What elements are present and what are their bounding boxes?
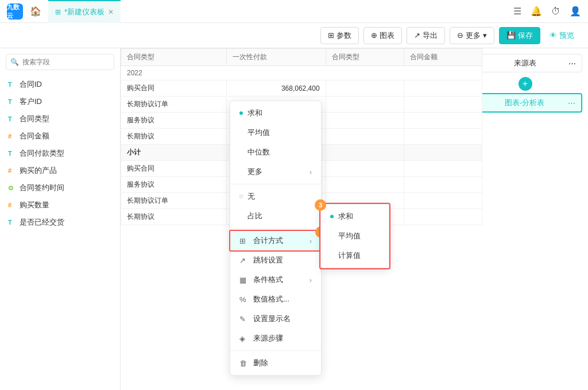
user-icon[interactable]: 👤: [570, 6, 581, 17]
year-cell: 2022: [121, 66, 482, 80]
cell-type: 购买合同: [121, 80, 227, 96]
field-name: 合同类型: [20, 114, 49, 124]
menu-number-format[interactable]: % 数值格式...: [230, 289, 321, 309]
menu-display-name[interactable]: ✎ 设置显示名: [230, 309, 321, 329]
field-item[interactable]: #购买的产品: [0, 162, 120, 179]
menu-median[interactable]: 中位数: [230, 142, 321, 162]
field-name: 是否已经交货: [20, 217, 64, 227]
sub-menu-avg[interactable]: 平均值: [321, 226, 389, 246]
cell-type: 长期协议: [121, 129, 227, 145]
tab-close-icon[interactable]: ✕: [108, 8, 114, 16]
field-item[interactable]: T是否已经交货: [0, 214, 120, 231]
sub-menu-calc[interactable]: 计算值: [321, 246, 389, 265]
preview-button[interactable]: 👁 预览: [545, 28, 579, 44]
field-item[interactable]: T合同付款类型: [0, 145, 120, 162]
app-header: 九数云 🏠 ⊞ *新建仪表板 ✕ ☰ 🔔 ⏱ 👤: [0, 0, 588, 23]
field-name: 购买的产品: [20, 165, 57, 176]
sub-menu-overlay: 求和 平均值 计算值 3: [320, 204, 389, 268]
menu-total-method[interactable]: ⊞ 合计方式 ›: [230, 231, 321, 250]
save-button[interactable]: 💾 保存: [499, 27, 540, 44]
chart-more-icon[interactable]: ⋯: [568, 99, 575, 107]
source-table-item[interactable]: ⚙ 来源表 ⋯: [468, 54, 582, 72]
menu-ratio[interactable]: 占比: [230, 206, 321, 226]
field-name: 合同签约时间: [20, 183, 64, 193]
cell-amount2: [404, 96, 482, 113]
sub-menu: 求和 平均值 计算值: [320, 204, 389, 268]
menu-divider-3: [230, 350, 321, 351]
home-button[interactable]: 🏠: [28, 6, 44, 17]
condition-arrow-icon: ›: [310, 276, 312, 284]
cell-amount2: [404, 193, 482, 209]
chart-analysis-item[interactable]: ⊞ 图表-分析表 ⋯: [468, 93, 582, 113]
search-input[interactable]: [6, 54, 114, 70]
timer-icon[interactable]: ⏱: [551, 6, 560, 17]
field-item[interactable]: #购买数量: [0, 196, 120, 214]
sub-menu-sum[interactable]: 求和: [321, 207, 389, 226]
menu-delete[interactable]: 🗑 删除: [230, 353, 321, 373]
chart-analysis-label: 图表-分析表: [505, 98, 544, 108]
cell-type: 服务协议: [121, 177, 227, 193]
field-type-icon: T: [8, 115, 16, 122]
menu-divider-1: [230, 184, 321, 184]
field-item[interactable]: T客户ID: [0, 93, 120, 110]
field-name: 合同ID: [20, 79, 42, 90]
field-item[interactable]: #合同金额: [0, 128, 120, 145]
cell-type: 长期协议: [121, 209, 227, 225]
cell-type2: [326, 80, 404, 96]
notification-icon[interactable]: 🔔: [531, 6, 542, 17]
menu-icon[interactable]: ☰: [513, 6, 521, 17]
more-button[interactable]: ⊖ 更多 ▾: [450, 27, 494, 44]
menu-more[interactable]: 更多 ›: [230, 162, 321, 182]
cell-amount2: [404, 113, 482, 129]
cell-amount2: [404, 161, 482, 177]
params-button[interactable]: ⊞ 参数: [320, 27, 359, 44]
menu-sum[interactable]: 求和: [230, 103, 321, 123]
menu-source-step[interactable]: ◈ 来源步骤: [230, 329, 321, 348]
menu-avg[interactable]: 平均值: [230, 123, 321, 142]
add-node-button[interactable]: +: [519, 77, 532, 91]
source-label: 来源表: [514, 58, 536, 68]
menu-condition[interactable]: ▦ 条件格式 ›: [230, 270, 321, 289]
main-toolbar: ⊞ 参数 ⊕ 图表 ↗ 导出 ⊖ 更多 ▾ 💾 保存 👁 预览: [0, 23, 588, 48]
field-item[interactable]: T合同类型: [0, 110, 120, 128]
cell-amount2: [404, 80, 482, 96]
th-col2: 一次性付款: [226, 49, 326, 66]
chart-button[interactable]: ⊕ 图表: [363, 27, 402, 44]
more-arrow-icon: ›: [310, 168, 312, 176]
cell-amount2: [404, 177, 482, 193]
display-name-icon: ✎: [239, 315, 249, 323]
field-type-icon: #: [8, 133, 16, 140]
cell-type2: [326, 113, 404, 129]
more-icon: ⊖: [457, 31, 463, 40]
cell-type: 购买合同: [121, 161, 227, 177]
field-item[interactable]: T合同ID: [0, 76, 120, 93]
cell-type2: [326, 177, 404, 193]
main-content: 🔍 T合同IDT客户IDT合同类型#合同金额T合同付款类型#购买的产品⊙合同签约…: [0, 48, 588, 390]
condition-icon: ▦: [239, 276, 249, 284]
menu-none[interactable]: 无: [230, 187, 321, 206]
jump-icon: ↗: [239, 256, 249, 265]
th-col1: 合同类型: [121, 49, 227, 66]
context-menu-overlay: 求和 平均值 中位数 更多 › 无 占比: [230, 101, 322, 376]
cell-type2: [326, 145, 404, 161]
preview-icon: 👁: [550, 31, 557, 40]
params-icon: ⊞: [328, 31, 334, 40]
field-type-icon: T: [8, 219, 16, 226]
menu-divider-2: [230, 228, 321, 229]
field-name: 合同付款类型: [20, 148, 64, 159]
field-type-icon: T: [8, 81, 16, 88]
total-method-icon: ⊞: [239, 237, 249, 245]
menu-jump[interactable]: ↗ 跳转设置: [230, 250, 321, 270]
field-type-icon: T: [8, 150, 16, 157]
dashboard-tab[interactable]: ⊞ *新建仪表板 ✕: [48, 0, 121, 23]
cell-type: 长期协议订单: [121, 96, 227, 113]
cell-type: 长期协议订单: [121, 193, 227, 209]
field-item[interactable]: ⊙合同签约时间: [0, 179, 120, 196]
field-list: T合同IDT客户IDT合同类型#合同金额T合同付款类型#购买的产品⊙合同签约时间…: [0, 76, 120, 231]
cell-type2: [326, 96, 404, 113]
chart-icon: ⊕: [371, 31, 377, 40]
export-button[interactable]: ↗ 导出: [407, 27, 445, 44]
field-name: 客户ID: [20, 96, 42, 107]
field-name: 购买数量: [20, 200, 49, 210]
more-options-icon[interactable]: ⋯: [568, 59, 576, 68]
